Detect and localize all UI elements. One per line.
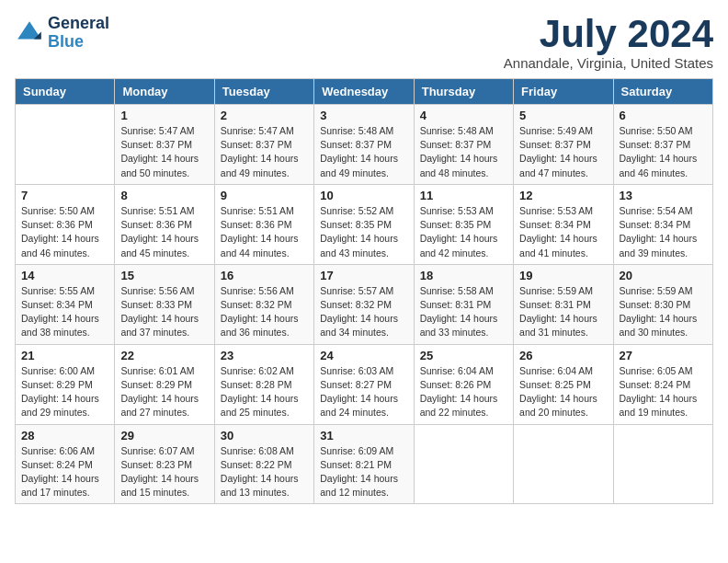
calendar-cell: 19Sunrise: 5:59 AM Sunset: 8:31 PM Dayli… xyxy=(514,264,613,344)
calendar-cell: 25Sunrise: 6:04 AM Sunset: 8:26 PM Dayli… xyxy=(414,344,513,424)
cell-content: Sunrise: 6:00 AM Sunset: 8:29 PM Dayligh… xyxy=(21,364,108,420)
day-number: 10 xyxy=(320,189,407,202)
cell-content: Sunrise: 6:06 AM Sunset: 8:24 PM Dayligh… xyxy=(21,444,108,500)
column-header-saturday: Saturday xyxy=(613,79,712,105)
week-row-2: 7Sunrise: 5:50 AM Sunset: 8:36 PM Daylig… xyxy=(16,184,713,264)
day-number: 30 xyxy=(221,429,308,442)
cell-content: Sunrise: 5:48 AM Sunset: 8:37 PM Dayligh… xyxy=(420,124,507,180)
day-number: 25 xyxy=(420,349,507,362)
day-number: 3 xyxy=(320,109,407,122)
cell-content: Sunrise: 6:09 AM Sunset: 8:21 PM Dayligh… xyxy=(320,444,407,500)
cell-content: Sunrise: 6:02 AM Sunset: 8:28 PM Dayligh… xyxy=(221,364,308,420)
cell-content: Sunrise: 6:01 AM Sunset: 8:29 PM Dayligh… xyxy=(120,364,208,420)
column-header-wednesday: Wednesday xyxy=(314,79,414,105)
day-number: 24 xyxy=(320,349,407,362)
header: General Blue July 2024 Annandale, Virgin… xyxy=(15,15,713,71)
calendar-cell: 4Sunrise: 5:48 AM Sunset: 8:37 PM Daylig… xyxy=(414,105,513,185)
day-number: 17 xyxy=(320,269,407,282)
cell-content: Sunrise: 5:55 AM Sunset: 8:34 PM Dayligh… xyxy=(21,284,108,340)
cell-content: Sunrise: 6:04 AM Sunset: 8:26 PM Dayligh… xyxy=(420,364,507,420)
column-header-thursday: Thursday xyxy=(414,79,513,105)
day-number: 8 xyxy=(120,189,208,202)
calendar-cell: 7Sunrise: 5:50 AM Sunset: 8:36 PM Daylig… xyxy=(16,184,115,264)
calendar-cell: 27Sunrise: 6:05 AM Sunset: 8:24 PM Dayli… xyxy=(613,344,712,424)
calendar-table: SundayMondayTuesdayWednesdayThursdayFrid… xyxy=(15,78,713,504)
column-header-tuesday: Tuesday xyxy=(214,79,313,105)
day-number: 2 xyxy=(221,109,308,122)
cell-content: Sunrise: 5:50 AM Sunset: 8:36 PM Dayligh… xyxy=(21,204,108,260)
cell-content: Sunrise: 5:57 AM Sunset: 8:32 PM Dayligh… xyxy=(320,284,407,340)
day-number: 4 xyxy=(420,109,507,122)
calendar-cell: 22Sunrise: 6:01 AM Sunset: 8:29 PM Dayli… xyxy=(115,344,214,424)
day-number: 6 xyxy=(620,109,707,122)
day-number: 19 xyxy=(519,269,607,282)
logo-line1: General xyxy=(48,15,109,33)
day-number: 11 xyxy=(420,189,507,202)
cell-content: Sunrise: 5:56 AM Sunset: 8:32 PM Dayligh… xyxy=(221,284,308,340)
cell-content: Sunrise: 6:07 AM Sunset: 8:23 PM Dayligh… xyxy=(120,444,208,500)
day-number: 31 xyxy=(320,429,407,442)
cell-content: Sunrise: 5:59 AM Sunset: 8:31 PM Dayligh… xyxy=(519,284,607,340)
calendar-cell: 23Sunrise: 6:02 AM Sunset: 8:28 PM Dayli… xyxy=(214,344,313,424)
day-number: 20 xyxy=(620,269,707,282)
logo: General Blue xyxy=(15,15,109,52)
cell-content: Sunrise: 5:52 AM Sunset: 8:35 PM Dayligh… xyxy=(320,204,407,260)
cell-content: Sunrise: 5:47 AM Sunset: 8:37 PM Dayligh… xyxy=(120,124,208,180)
day-number: 27 xyxy=(620,349,707,362)
calendar-cell: 30Sunrise: 6:08 AM Sunset: 8:22 PM Dayli… xyxy=(214,424,313,504)
cell-content: Sunrise: 5:49 AM Sunset: 8:37 PM Dayligh… xyxy=(519,124,607,180)
calendar-cell: 10Sunrise: 5:52 AM Sunset: 8:35 PM Dayli… xyxy=(314,184,414,264)
day-number: 23 xyxy=(221,349,308,362)
location-title: Annandale, Virginia, United States xyxy=(504,55,713,71)
week-row-5: 28Sunrise: 6:06 AM Sunset: 8:24 PM Dayli… xyxy=(16,424,713,504)
cell-content: Sunrise: 6:05 AM Sunset: 8:24 PM Dayligh… xyxy=(620,364,707,420)
day-number: 28 xyxy=(21,429,108,442)
day-number: 5 xyxy=(519,109,607,122)
calendar-cell: 24Sunrise: 6:03 AM Sunset: 8:27 PM Dayli… xyxy=(314,344,414,424)
calendar-cell xyxy=(514,424,613,504)
calendar-cell: 5Sunrise: 5:49 AM Sunset: 8:37 PM Daylig… xyxy=(514,105,613,185)
day-number: 7 xyxy=(21,189,108,202)
calendar-cell: 1Sunrise: 5:47 AM Sunset: 8:37 PM Daylig… xyxy=(115,105,214,185)
day-number: 15 xyxy=(120,269,208,282)
title-block: July 2024 Annandale, Virginia, United St… xyxy=(504,15,713,71)
calendar-cell: 9Sunrise: 5:51 AM Sunset: 8:36 PM Daylig… xyxy=(214,184,313,264)
calendar-cell: 8Sunrise: 5:51 AM Sunset: 8:36 PM Daylig… xyxy=(115,184,214,264)
calendar-cell xyxy=(613,424,712,504)
header-row: SundayMondayTuesdayWednesdayThursdayFrid… xyxy=(16,79,713,105)
cell-content: Sunrise: 5:53 AM Sunset: 8:35 PM Dayligh… xyxy=(420,204,507,260)
day-number: 13 xyxy=(620,189,707,202)
day-number: 12 xyxy=(519,189,607,202)
cell-content: Sunrise: 5:56 AM Sunset: 8:33 PM Dayligh… xyxy=(120,284,208,340)
calendar-cell: 28Sunrise: 6:06 AM Sunset: 8:24 PM Dayli… xyxy=(16,424,115,504)
day-number: 29 xyxy=(120,429,208,442)
calendar-cell: 11Sunrise: 5:53 AM Sunset: 8:35 PM Dayli… xyxy=(414,184,513,264)
day-number: 21 xyxy=(21,349,108,362)
cell-content: Sunrise: 5:51 AM Sunset: 8:36 PM Dayligh… xyxy=(120,204,208,260)
cell-content: Sunrise: 6:03 AM Sunset: 8:27 PM Dayligh… xyxy=(320,364,407,420)
cell-content: Sunrise: 5:51 AM Sunset: 8:36 PM Dayligh… xyxy=(221,204,308,260)
cell-content: Sunrise: 6:04 AM Sunset: 8:25 PM Dayligh… xyxy=(519,364,607,420)
day-number: 14 xyxy=(21,269,108,282)
calendar-cell: 6Sunrise: 5:50 AM Sunset: 8:37 PM Daylig… xyxy=(613,105,712,185)
cell-content: Sunrise: 6:08 AM Sunset: 8:22 PM Dayligh… xyxy=(221,444,308,500)
calendar-cell xyxy=(414,424,513,504)
calendar-cell: 31Sunrise: 6:09 AM Sunset: 8:21 PM Dayli… xyxy=(314,424,414,504)
calendar-cell: 18Sunrise: 5:58 AM Sunset: 8:31 PM Dayli… xyxy=(414,264,513,344)
calendar-cell: 2Sunrise: 5:47 AM Sunset: 8:37 PM Daylig… xyxy=(214,105,313,185)
calendar-cell: 12Sunrise: 5:53 AM Sunset: 8:34 PM Dayli… xyxy=(514,184,613,264)
cell-content: Sunrise: 5:47 AM Sunset: 8:37 PM Dayligh… xyxy=(221,124,308,180)
calendar-cell: 13Sunrise: 5:54 AM Sunset: 8:34 PM Dayli… xyxy=(613,184,712,264)
week-row-1: 1Sunrise: 5:47 AM Sunset: 8:37 PM Daylig… xyxy=(16,105,713,185)
calendar-cell: 29Sunrise: 6:07 AM Sunset: 8:23 PM Dayli… xyxy=(115,424,214,504)
column-header-monday: Monday xyxy=(115,79,214,105)
calendar-cell: 15Sunrise: 5:56 AM Sunset: 8:33 PM Dayli… xyxy=(115,264,214,344)
day-number: 1 xyxy=(120,109,208,122)
month-title: July 2024 xyxy=(504,15,713,53)
calendar-cell: 17Sunrise: 5:57 AM Sunset: 8:32 PM Dayli… xyxy=(314,264,414,344)
column-header-sunday: Sunday xyxy=(16,79,115,105)
day-number: 22 xyxy=(120,349,208,362)
calendar-cell xyxy=(16,105,115,185)
logo-line2: Blue xyxy=(48,32,84,51)
day-number: 16 xyxy=(221,269,308,282)
